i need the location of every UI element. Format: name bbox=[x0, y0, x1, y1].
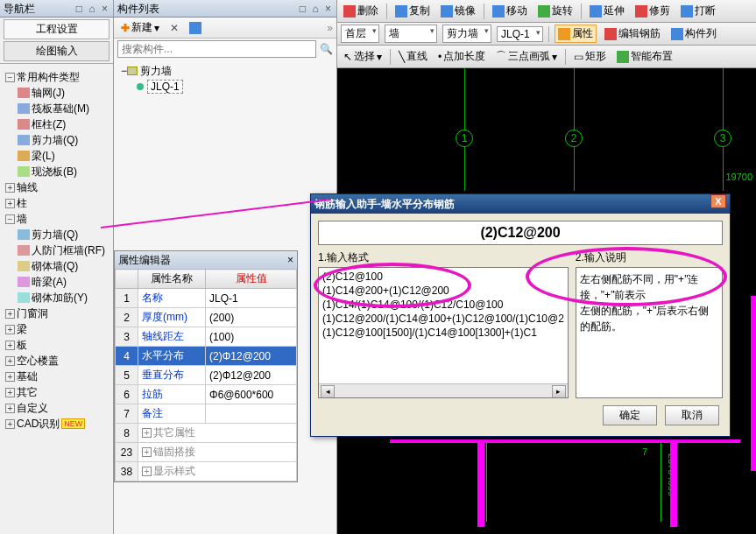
tree-cad[interactable]: +CAD识别NEW bbox=[2, 416, 111, 432]
delete-button[interactable]: ✕ bbox=[166, 21, 182, 35]
tree-rf-wall[interactable]: 人防门框墙(RF) bbox=[2, 242, 111, 258]
tree-axis[interactable]: 轴网(J) bbox=[2, 85, 111, 101]
floor-dropdown[interactable]: 首层 bbox=[341, 25, 379, 43]
smart-icon bbox=[617, 51, 629, 63]
tree-beam[interactable]: 梁(L) bbox=[2, 148, 111, 164]
expand-icon[interactable]: + bbox=[142, 428, 152, 438]
tree-wall-group[interactable]: −墙 bbox=[2, 211, 111, 227]
tree-door[interactable]: +门窗洞 bbox=[2, 306, 111, 321]
scrollbar[interactable]: ◂▸ bbox=[319, 383, 568, 397]
list-item[interactable]: (2)C12@100 bbox=[321, 270, 566, 284]
scroll-left-icon[interactable]: ◂ bbox=[321, 385, 335, 398]
expand-icon[interactable]: + bbox=[5, 372, 15, 382]
comp-item-jlq1[interactable]: JLQ-1 bbox=[117, 79, 333, 95]
tree-masonry[interactable]: 砌体墙(Q) bbox=[2, 258, 111, 274]
tree-masonry-rf[interactable]: 砌体加筋(Y) bbox=[2, 290, 111, 306]
wall-element[interactable] bbox=[670, 439, 677, 527]
tree-common-types[interactable]: −常用构件类型 bbox=[2, 69, 111, 85]
tree-beam2[interactable]: +梁 bbox=[2, 321, 111, 337]
expand-icon[interactable]: + bbox=[5, 325, 15, 334]
list-item[interactable]: (1)C12@200/(1)C14@100+(1)C12@100/(1)C10@… bbox=[321, 312, 566, 326]
pin-icons[interactable]: □ ⌂ × bbox=[300, 0, 333, 17]
pin-icons[interactable]: □ ⌂ × bbox=[76, 0, 110, 17]
expand-icon[interactable]: + bbox=[142, 447, 152, 457]
tree-axisline[interactable]: +轴线 bbox=[2, 179, 111, 195]
comp-root[interactable]: −剪力墙 bbox=[117, 63, 333, 79]
new-button[interactable]: ✚新建 ▾ bbox=[117, 19, 163, 36]
tree-foundation[interactable]: +基础 bbox=[2, 369, 111, 384]
line-button[interactable]: ╲直线 bbox=[396, 48, 430, 65]
expand-icon[interactable]: + bbox=[142, 467, 152, 476]
close-icon[interactable]: × bbox=[287, 251, 293, 269]
tree-shearwall-q[interactable]: 剪力墙(Q) bbox=[2, 227, 111, 242]
ok-button[interactable]: 确定 bbox=[603, 405, 657, 425]
editbar-button[interactable]: 编辑钢筋 bbox=[602, 25, 663, 42]
list-item[interactable]: (1)C14/(1)C14@100/(1)C12/C10@100 bbox=[321, 298, 566, 312]
tree-column[interactable]: +柱 bbox=[2, 195, 111, 211]
copy-button[interactable]: 复制 bbox=[392, 3, 433, 19]
collapse-icon[interactable]: − bbox=[121, 65, 127, 77]
list-item[interactable]: (1)C14@200+(1)C12@200 bbox=[321, 284, 566, 298]
tree-raft[interactable]: 筏板基础(M) bbox=[2, 101, 111, 116]
search-input[interactable] bbox=[117, 40, 316, 58]
delete-icon bbox=[343, 5, 356, 18]
select-button[interactable]: ↖选择 ▾ bbox=[341, 48, 385, 65]
list-item[interactable]: (1)C12@100[1500]/(1)C14@100[1300]+(1)C1 bbox=[321, 326, 566, 340]
rebar-value-input[interactable] bbox=[318, 221, 723, 245]
format-list[interactable]: (2)C12@100 (1)C14@200+(1)C12@200 (1)C14/… bbox=[318, 267, 569, 398]
tree-custom[interactable]: +自定义 bbox=[2, 400, 111, 416]
scroll-right-icon[interactable]: ▸ bbox=[552, 385, 566, 398]
tree-slab[interactable]: 现浇板(B) bbox=[2, 164, 111, 179]
rect-button[interactable]: ▭矩形 bbox=[571, 48, 609, 65]
col-value: 属性值 bbox=[206, 270, 297, 289]
tree-other[interactable]: +其它 bbox=[2, 384, 111, 400]
trim-button[interactable]: 修剪 bbox=[632, 3, 673, 19]
expand-icon[interactable]: + bbox=[5, 404, 15, 413]
tree-slab2[interactable]: +板 bbox=[2, 337, 111, 353]
complist-button[interactable]: 构件列 bbox=[668, 25, 719, 42]
type-dropdown[interactable]: 剪力墙 bbox=[442, 25, 491, 43]
attr-button[interactable]: 属性 bbox=[555, 25, 597, 43]
point-icon: • bbox=[438, 51, 442, 63]
tree-hidden-beam[interactable]: 暗梁(A) bbox=[2, 274, 111, 290]
extend-button[interactable]: 延伸 bbox=[587, 3, 627, 19]
move-button[interactable]: 移动 bbox=[490, 3, 530, 19]
col-icon bbox=[18, 119, 30, 130]
close-button[interactable]: X bbox=[710, 194, 726, 208]
expand-icon[interactable]: + bbox=[5, 419, 15, 429]
break-button[interactable]: 打断 bbox=[678, 3, 718, 19]
project-settings-tab[interactable]: 工程设置 bbox=[4, 19, 110, 39]
component-dropdown[interactable]: JLQ-1 bbox=[497, 26, 543, 42]
collapse-icon[interactable]: − bbox=[5, 73, 15, 82]
expand-icon[interactable]: + bbox=[5, 388, 15, 397]
search-icon[interactable]: 🔍 bbox=[320, 43, 333, 55]
rotate-button[interactable]: 旋转 bbox=[535, 3, 576, 19]
dialog-titlebar[interactable]: 钢筋输入助手-墙水平分布钢筋 X bbox=[311, 194, 730, 214]
grid-bubble: 2 bbox=[565, 130, 583, 147]
wall-element[interactable] bbox=[477, 439, 484, 527]
wall-element[interactable] bbox=[751, 296, 756, 471]
filter-button[interactable] bbox=[186, 21, 205, 35]
mirror-button[interactable]: 镜像 bbox=[438, 3, 478, 19]
property-grid: 属性名称属性值 1名称JLQ-1 2厚度(mm)(200) 3轴线距左(100)… bbox=[115, 269, 297, 481]
grid-bubble: 3 bbox=[714, 130, 731, 147]
drawing-input-tab[interactable]: 绘图输入 bbox=[4, 41, 110, 61]
category-dropdown[interactable]: 墙 bbox=[385, 25, 437, 43]
arc-button[interactable]: ⌒三点画弧 ▾ bbox=[493, 48, 560, 65]
expand-icon[interactable]: + bbox=[5, 341, 15, 350]
cancel-button[interactable]: 取消 bbox=[665, 405, 719, 425]
delete-button[interactable]: 删除 bbox=[341, 3, 381, 19]
smart-button[interactable]: 智能布置 bbox=[614, 48, 675, 65]
rotate-icon bbox=[538, 5, 550, 18]
expand-icon[interactable]: + bbox=[5, 183, 15, 193]
expand-icon[interactable]: + bbox=[5, 199, 15, 208]
expand-icon[interactable]: + bbox=[5, 356, 15, 366]
prop-row: 3轴线距左(100) bbox=[116, 327, 297, 347]
tree-shearwall[interactable]: 剪力墙(Q) bbox=[2, 132, 111, 148]
expand-icon[interactable]: + bbox=[5, 309, 15, 319]
collapse-icon[interactable]: − bbox=[5, 214, 15, 224]
plus-icon: ✚ bbox=[121, 22, 130, 34]
tree-hollow[interactable]: +空心楼盖 bbox=[2, 353, 111, 369]
tree-framecol[interactable]: 框柱(Z) bbox=[2, 116, 111, 132]
pointlen-button[interactable]: •点加长度 bbox=[435, 48, 488, 65]
